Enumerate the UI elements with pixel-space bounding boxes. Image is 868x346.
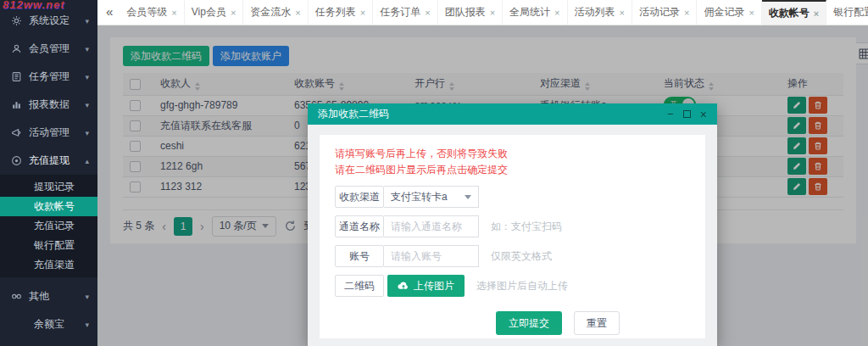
tab-payment-account[interactable]: 收款帐号× xyxy=(762,0,826,25)
close-icon[interactable]: × xyxy=(748,8,754,18)
submit-button[interactable]: 立即提交 xyxy=(496,311,562,335)
user-icon xyxy=(11,43,22,54)
close-icon[interactable]: × xyxy=(171,8,176,18)
sidebar-item-recharge-records[interactable]: 充值记录 xyxy=(0,216,97,236)
add-qr-modal: 添加收款二维码 − × 请填写账号后再上传，否则将导致失败 请在二维码图片显示后… xyxy=(308,103,717,346)
sidebar-item-task-management[interactable]: 任务管理 ▾ xyxy=(0,63,97,91)
minimize-icon[interactable]: − xyxy=(667,110,674,119)
chevron-down-icon: ▾ xyxy=(85,293,89,301)
channel-name-input[interactable] xyxy=(384,215,479,237)
chevron-up-icon: ▴ xyxy=(85,157,89,165)
link-icon xyxy=(11,291,22,302)
wallet-icon xyxy=(11,155,22,166)
tab-vip-member[interactable]: Vip会员× xyxy=(185,0,244,25)
tab-commission-record[interactable]: 佣金记录× xyxy=(697,0,761,25)
cloud-upload-icon xyxy=(398,281,409,291)
warning-text: 请填写账号后再上传，否则将导致失败 xyxy=(335,146,690,162)
tab-task-order[interactable]: 任务订单× xyxy=(373,0,437,25)
sidebar-item-member-management[interactable]: 会员管理 ▾ xyxy=(0,35,97,63)
collapse-tabs-icon[interactable]: « xyxy=(106,4,113,19)
activity-icon xyxy=(11,127,22,138)
modal-title: 添加收款二维码 xyxy=(318,107,389,121)
sidebar-item-label: 系统设定 xyxy=(29,14,85,28)
sidebar-item-payment-account[interactable]: 收款帐号 xyxy=(0,197,97,216)
warning-text: 请在二维码图片显示后再点击确定提交 xyxy=(335,162,690,178)
sidebar-item-yuebao[interactable]: 余额宝 ▾ xyxy=(0,310,97,338)
chevron-down-icon: ▾ xyxy=(85,17,89,25)
sidebar-item-recharge-withdraw[interactable]: 充值提现 ▴ xyxy=(0,147,97,175)
sidebar-item-activity-management[interactable]: 活动管理 ▾ xyxy=(0,119,97,147)
close-icon[interactable]: × xyxy=(360,8,365,18)
sidebar-item-label: 报表数据 xyxy=(29,98,85,112)
name-label: 通道名称 xyxy=(335,215,384,237)
tab-bank-config[interactable]: 银行配置× xyxy=(826,0,868,25)
close-icon[interactable]: × xyxy=(684,8,689,18)
qr-label: 二维码 xyxy=(335,275,384,297)
form-row-qr: 二维码 上传图片 选择图片后自动上传 xyxy=(335,275,690,297)
chevron-down-icon: ▾ xyxy=(85,101,89,109)
close-icon[interactable]: × xyxy=(295,8,300,18)
tab-bar: « 会员等级× Vip会员× 资金流水× 任务列表× 任务订单× 团队报表× 全… xyxy=(97,0,868,25)
channel-select[interactable]: 支付宝转卡a xyxy=(384,186,479,208)
chevron-down-icon: ▾ xyxy=(85,45,89,53)
maximize-icon[interactable] xyxy=(683,110,691,118)
sidebar-item-withdraw-records[interactable]: 提现记录 xyxy=(0,177,97,197)
tab-team-report[interactable]: 团队报表× xyxy=(438,0,503,25)
sidebar: 系统设定 ▾ 会员管理 ▾ 任务管理 ▾ 报表数据 ▾ 活动管理 ▾ 充值提现 … xyxy=(0,0,97,346)
close-icon[interactable]: × xyxy=(425,8,430,18)
close-icon[interactable]: × xyxy=(814,8,819,19)
close-icon[interactable]: × xyxy=(620,8,625,18)
tab-member-level[interactable]: 会员等级× xyxy=(120,0,184,25)
sidebar-item-recharge-channel[interactable]: 充值渠道 xyxy=(0,255,97,275)
close-icon[interactable]: × xyxy=(700,110,707,119)
tab-activity-record[interactable]: 活动记录× xyxy=(632,0,697,25)
account-hint: 仅限英文格式 xyxy=(491,249,552,264)
channel-label: 收款渠道 xyxy=(335,186,384,208)
sidebar-item-label: 会员管理 xyxy=(29,42,85,56)
account-input[interactable] xyxy=(384,245,479,267)
tab-fund-flow[interactable]: 资金流水× xyxy=(243,0,308,25)
gear-icon xyxy=(11,15,22,26)
form-row-name: 通道名称 如：支付宝扫码 xyxy=(335,215,690,237)
sidebar-item-label: 任务管理 xyxy=(29,70,85,84)
chevron-down-icon: ▾ xyxy=(85,73,89,81)
modal-body: 请填写账号后再上传，否则将导致失败 请在二维码图片显示后再点击确定提交 收款渠道… xyxy=(308,125,717,346)
tab-activity-list[interactable]: 活动列表× xyxy=(568,0,632,25)
chevron-down-icon: ▾ xyxy=(85,321,89,329)
chevron-down-icon xyxy=(465,195,471,199)
form-row-channel: 收款渠道 支付宝转卡a xyxy=(335,186,690,208)
form-row-account: 账号 仅限英文格式 xyxy=(335,245,690,267)
sidebar-item-label: 充值提现 xyxy=(29,153,85,168)
sidebar-item-bank-config[interactable]: 银行配置 xyxy=(0,236,97,255)
sidebar-item-report-data[interactable]: 报表数据 ▾ xyxy=(0,91,97,119)
tab-task-list[interactable]: 任务列表× xyxy=(309,0,373,25)
watermark: 812ww.net xyxy=(3,0,65,11)
sidebar-item-other[interactable]: 其他 ▾ xyxy=(0,282,97,310)
close-icon[interactable]: × xyxy=(554,8,559,18)
reset-button[interactable]: 重置 xyxy=(574,311,620,335)
account-label: 账号 xyxy=(335,245,384,267)
chevron-down-icon: ▾ xyxy=(85,129,89,137)
sidebar-item-label: 其他 xyxy=(29,289,85,304)
modal-footer: 立即提交 重置 xyxy=(496,311,690,335)
sidebar-item-label: 活动管理 xyxy=(29,126,85,140)
tab-global-stats[interactable]: 全局统计× xyxy=(503,0,567,25)
close-icon[interactable]: × xyxy=(231,8,236,18)
sidebar-submenu: 提现记录 收款帐号 充值记录 银行配置 充值渠道 xyxy=(0,175,97,277)
close-icon[interactable]: × xyxy=(490,8,495,18)
modal-header[interactable]: 添加收款二维码 − × xyxy=(308,103,717,125)
upload-image-button[interactable]: 上传图片 xyxy=(387,275,465,297)
name-hint: 如：支付宝扫码 xyxy=(491,220,562,234)
qr-hint: 选择图片后自动上传 xyxy=(476,279,568,293)
tasks-icon xyxy=(11,71,22,82)
sidebar-item-label: 余额宝 xyxy=(34,317,85,332)
report-icon xyxy=(11,99,22,110)
